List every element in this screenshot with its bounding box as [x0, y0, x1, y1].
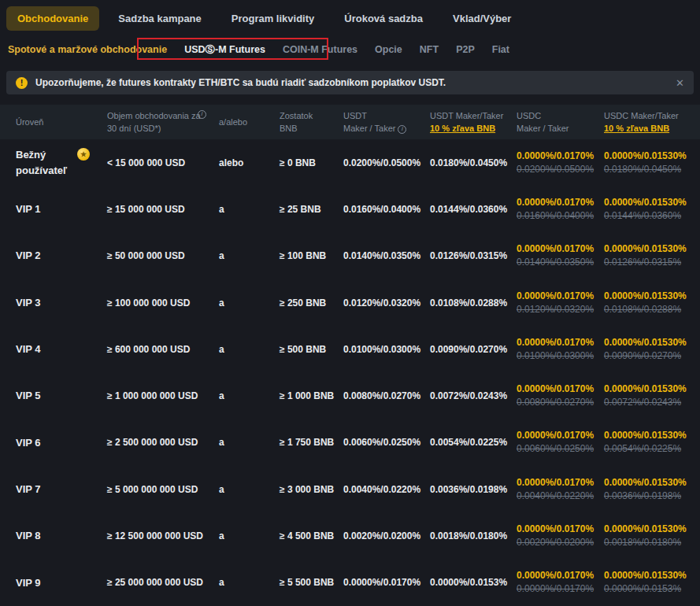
usdc-fee-new: 0.0000%/0.0170% — [517, 242, 596, 256]
andor-cell: a — [219, 250, 280, 261]
header-usdt-fee: USDT Maker / Takeri — [343, 109, 430, 135]
usdc-bnb-fee-cell: 0.0000%/0.01530% 0.0054%/0.0225% — [604, 429, 700, 456]
usdt-fee-cell: 0.0060%/0.0250% — [343, 437, 430, 448]
close-icon[interactable]: ✕ — [676, 78, 684, 88]
usdc-bnb-fee-old: 0.0072%/0.0243% — [604, 396, 692, 409]
level-label: VIP 8 — [16, 528, 41, 544]
level-label: VIP 6 — [16, 435, 41, 451]
table-row: VIP 2 ≥ 50 000 000 USD a ≥ 100 BNB 0.014… — [0, 233, 700, 279]
usdc-bnb-fee-old: 0.0000%/0.0153% — [604, 582, 692, 596]
volume-cell: < 15 000 000 USD — [107, 157, 219, 168]
usdt-fee-cell: 0.0120%/0.0320% — [343, 297, 430, 309]
level-cell: VIP 7 — [16, 482, 107, 497]
table-row: VIP 5 ≥ 1 000 000 000 USD a ≥ 1 000 BNB … — [0, 372, 700, 419]
sub-nav: Spotové a maržové obchodovanie USDⓈ-M Fu… — [0, 36, 700, 63]
level-label: Bežný používateľ — [16, 147, 72, 178]
usdt-bnb-fee-cell: 0.0054%/0.0225% — [430, 437, 517, 448]
info-icon[interactable]: i — [198, 110, 206, 119]
volume-cell: ≥ 25 000 000 000 USD — [107, 577, 219, 588]
andor-cell: a — [219, 530, 280, 541]
usdc-bnb-fee-new: 0.0000%/0.01530% — [604, 196, 692, 209]
bnb-balance-cell: ≥ 1 750 BNB — [280, 437, 343, 448]
level-label: VIP 4 — [16, 342, 41, 357]
usdc-fee-cell: 0.0000%/0.0170% 0.0100%/0.0300% — [517, 336, 604, 363]
bnb-balance-cell: ≥ 1 000 BNB — [280, 390, 343, 401]
usdc-bnb-fee-new: 0.0000%/0.01530% — [604, 150, 692, 163]
usdt-bnb-fee-cell: 0.0126%/0.0315% — [430, 250, 517, 261]
usdc-fee-new: 0.0000%/0.0170% — [517, 569, 596, 582]
subtab-fiat[interactable]: Fiat — [492, 44, 509, 55]
andor-cell: a — [219, 437, 280, 448]
subtab-coin-m-futures[interactable]: COIN-M Futures — [283, 44, 357, 55]
usdt-fee-cell: 0.0140%/0.0350% — [343, 250, 430, 261]
andor-cell: alebo — [219, 157, 280, 168]
usdc-fee-cell: 0.0000%/0.0170% 0.0200%/0.0500% — [517, 150, 604, 176]
usdc-bnb-fee-old: 0.0054%/0.0225% — [604, 442, 692, 456]
bnb-balance-cell: ≥ 500 BNB — [280, 344, 343, 355]
volume-cell: ≥ 5 000 000 000 USD — [107, 484, 219, 495]
level-label: VIP 2 — [16, 248, 41, 264]
tab-obchodovanie[interactable]: Obchodovanie — [6, 6, 99, 31]
table-row: VIP 6 ≥ 2 500 000 000 USD a ≥ 1 750 BNB … — [0, 419, 700, 466]
usdt-bnb-fee-cell: 0.0180%/0.0450% — [430, 157, 517, 168]
usdc-fee-old: 0.0160%/0.0400% — [517, 209, 596, 223]
usdt-bnb-fee-cell: 0.0018%/0.0180% — [430, 530, 517, 541]
bnb-balance-cell: ≥ 250 BNB — [280, 297, 343, 309]
header-andor: a/alebo — [219, 116, 280, 129]
usdc-fee-old: 0.0120%/0.0320% — [517, 303, 596, 316]
table-row: VIP 7 ≥ 5 000 000 000 USD a ≥ 3 000 BNB … — [0, 466, 700, 512]
usdc-bnb-fee-old: 0.0108%/0.0288% — [604, 303, 692, 316]
usdt-fee-cell: 0.0000%/0.0170% — [343, 577, 430, 588]
level-label: VIP 1 — [16, 201, 41, 217]
level-cell: Bežný používateľ ★ — [16, 147, 107, 178]
tab-urokova-sadzba[interactable]: Úroková sadzba — [333, 6, 434, 31]
subtab-nft[interactable]: NFT — [420, 44, 439, 55]
tab-sadzba-kampane[interactable]: Sadzba kampane — [107, 6, 213, 31]
header-usdc-fee: USDC Maker / Taker — [517, 109, 604, 135]
usdc-fee-old: 0.0020%/0.0200% — [517, 536, 596, 549]
usdt-bnb-discount-link[interactable]: 10 % zľava BNB — [430, 122, 506, 135]
subtab-opcie[interactable]: Opcie — [375, 44, 402, 55]
usdc-bnb-fee-new: 0.0000%/0.01530% — [604, 476, 692, 490]
usdc-fee-new: 0.0000%/0.0170% — [517, 382, 596, 396]
usdc-bnb-fee-new: 0.0000%/0.01530% — [604, 429, 692, 442]
volume-cell: ≥ 100 000 000 USD — [107, 297, 219, 309]
usdc-bnb-fee-cell: 0.0000%/0.01530% 0.0126%/0.0315% — [604, 242, 700, 269]
usdc-fee-new: 0.0000%/0.0170% — [517, 429, 596, 442]
usdc-fee-cell: 0.0000%/0.0170% 0.0080%/0.0270% — [517, 382, 604, 409]
usdc-bnb-fee-old: 0.0144%/0.0360% — [604, 209, 692, 223]
usdt-fee-cell: 0.0080%/0.0270% — [343, 390, 430, 401]
medal-icon: ★ — [77, 148, 90, 161]
subtab-p2p[interactable]: P2P — [456, 44, 475, 55]
subtab-usds-m-futures[interactable]: USDⓈ-M Futures — [184, 43, 265, 57]
usdc-bnb-fee-cell: 0.0000%/0.01530% 0.0144%/0.0360% — [604, 196, 700, 223]
usdc-fee-new: 0.0000%/0.0170% — [517, 336, 596, 349]
subtab-spot-margin[interactable]: Spotové a maržové obchodovanie — [8, 44, 167, 55]
andor-cell: a — [219, 344, 280, 355]
usdc-fee-old: 0.0140%/0.0350% — [517, 256, 596, 269]
usdc-bnb-discount-link[interactable]: 10 % zľava BNB — [604, 122, 689, 135]
header-usdc-bnb-line1: USDC Maker/Taker — [604, 109, 689, 123]
usdc-bnb-fee-cell: 0.0000%/0.01530% 0.0018%/0.0180% — [604, 523, 700, 549]
usdc-bnb-fee-new: 0.0000%/0.01530% — [604, 242, 692, 256]
level-cell: VIP 2 — [16, 248, 107, 264]
header-volume: Objem obchodovania za 30 dní (USD*) i — [107, 109, 219, 135]
header-usdc-line1: USDC — [517, 109, 593, 123]
usdc-fee-new: 0.0000%/0.0170% — [517, 196, 596, 209]
volume-cell: ≥ 1 000 000 000 USD — [107, 390, 219, 401]
andor-cell: a — [219, 484, 280, 495]
usdt-bnb-fee-cell: 0.0036%/0.0198% — [430, 484, 517, 495]
info-icon[interactable]: i — [398, 125, 406, 134]
usdc-fee-new: 0.0000%/0.0170% — [517, 290, 596, 303]
level-cell: VIP 6 — [16, 435, 107, 451]
tab-vklad-vyber[interactable]: Vklad/Výber — [442, 6, 522, 31]
usdc-bnb-fee-old: 0.0090%/0.0270% — [604, 349, 692, 363]
bnb-balance-cell: ≥ 0 BNB — [280, 157, 343, 168]
header-usdt-line2: Maker / Takeri — [343, 122, 419, 135]
usdc-bnb-fee-old: 0.0018%/0.0180% — [604, 536, 692, 549]
usdc-bnb-fee-cell: 0.0000%/0.01530% 0.0072%/0.0243% — [604, 382, 700, 409]
tab-program-likvidity[interactable]: Program likvidity — [220, 6, 325, 31]
usdc-fee-cell: 0.0000%/0.0170% 0.0160%/0.0400% — [517, 196, 604, 223]
volume-cell: ≥ 15 000 000 USD — [107, 204, 219, 215]
table-row: VIP 4 ≥ 600 000 000 USD a ≥ 500 BNB 0.01… — [0, 326, 700, 372]
